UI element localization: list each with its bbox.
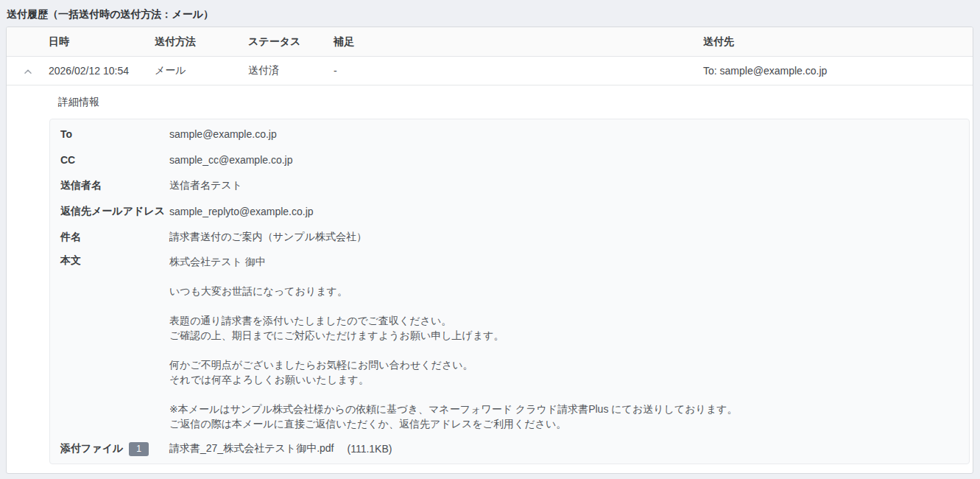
send-history-table: 日時 送付方法 ステータス 補足 送付先 2026/02/12 10:54 メー… bbox=[6, 27, 973, 474]
cell-method: メール bbox=[155, 64, 248, 77]
attachment-count-badge: 1 bbox=[129, 442, 149, 456]
field-label: 件名 bbox=[50, 231, 169, 244]
field-label: 本文 bbox=[50, 250, 169, 268]
detail-field-attachment: 添付ファイル 1 請求書_27_株式会社テスト御中.pdf (111.1KB) bbox=[50, 434, 969, 464]
col-header-recipient: 送付先 bbox=[703, 35, 973, 49]
field-value: sample_replyto@example.co.jp bbox=[169, 206, 314, 217]
col-header-method: 送付方法 bbox=[155, 35, 248, 49]
collapse-row-button[interactable] bbox=[19, 62, 37, 80]
table-row: 2026/02/12 10:54 メール 送付済 - To: sample@ex… bbox=[7, 57, 973, 85]
cell-recipient: To: sample@example.co.jp bbox=[703, 65, 973, 77]
field-label: CC bbox=[50, 154, 169, 166]
attachment-label-wrap: 添付ファイル 1 bbox=[50, 442, 169, 456]
table-header-row: 日時 送付方法 ステータス 補足 送付先 bbox=[7, 27, 973, 57]
page-title: 送付履歴（一括送付時の送付方法：メール） bbox=[0, 0, 980, 25]
detail-panel: To sample@example.co.jp CC sample_cc@exa… bbox=[49, 119, 970, 464]
detail-field-subject: 件名 請求書送付のご案内（サンプル株式会社） bbox=[50, 224, 969, 250]
detail-field-cc: CC sample_cc@example.co.jp bbox=[50, 147, 969, 172]
cell-datetime: 2026/02/12 10:54 bbox=[49, 65, 155, 77]
detail-section-heading: 詳細情報 bbox=[58, 96, 973, 109]
detail-field-sender-name: 送信者名 送信者名テスト bbox=[50, 172, 969, 198]
detail-field-to: To sample@example.co.jp bbox=[50, 121, 969, 147]
field-value: sample@example.co.jp bbox=[169, 128, 277, 140]
attachment-filename: 請求書_27_株式会社テスト御中.pdf bbox=[169, 442, 334, 455]
attachment-filesize: (111.1KB) bbox=[347, 443, 392, 455]
field-value: sample_cc@example.co.jp bbox=[169, 154, 293, 166]
field-label: To bbox=[50, 128, 169, 140]
detail-field-body: 本文 株式会社テスト 御中 いつも大変お世話になっております。 表題の通り請求書… bbox=[50, 250, 969, 431]
detail-field-replyto: 返信先メールアドレス sample_replyto@example.co.jp bbox=[50, 198, 969, 224]
col-header-note: 補足 bbox=[334, 35, 703, 49]
field-value: 請求書送付のご案内（サンプル株式会社） bbox=[169, 231, 367, 244]
field-label: 添付ファイル bbox=[60, 442, 123, 455]
field-value: 送信者名テスト bbox=[169, 179, 242, 192]
col-header-datetime: 日時 bbox=[49, 35, 155, 49]
chevron-up-icon bbox=[24, 65, 32, 77]
cell-note: - bbox=[334, 65, 703, 77]
field-label: 送信者名 bbox=[50, 179, 169, 192]
field-label: 返信先メールアドレス bbox=[50, 205, 169, 218]
attachment-value: 請求書_27_株式会社テスト御中.pdf (111.1KB) bbox=[169, 442, 392, 455]
email-body-text: 株式会社テスト 御中 いつも大変お世話になっております。 表題の通り請求書を添付… bbox=[169, 250, 738, 431]
col-header-status: ステータス bbox=[248, 35, 334, 49]
cell-status: 送付済 bbox=[248, 64, 334, 77]
